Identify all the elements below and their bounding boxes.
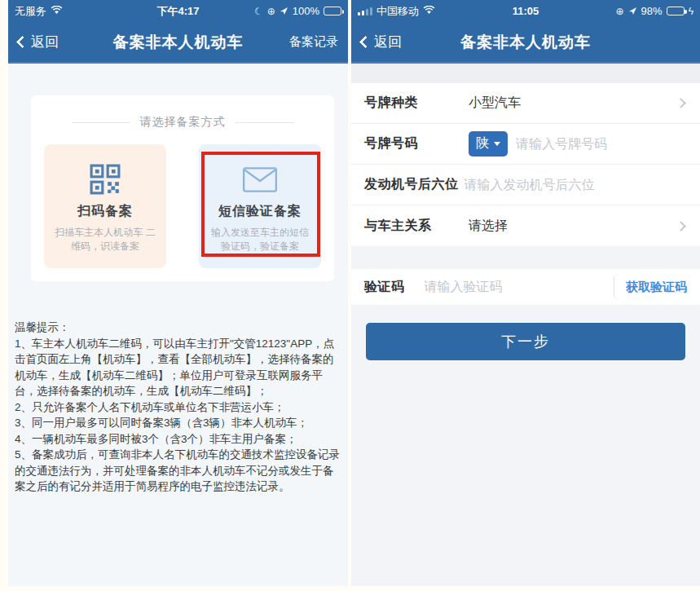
vertical-divider xyxy=(614,276,614,298)
option-sms-register[interactable]: 短信验证备案 输入发送至车主的短信 验证码，验证备案 xyxy=(199,144,321,268)
scan-option-desc: 扫描车主本人机动车 二维码，识读备案 xyxy=(51,226,160,254)
tip-item-1: 1、车主本人机动车二维码，可以由车主打开"交管12123"APP，点击首页面左上… xyxy=(15,336,342,399)
back-button[interactable]: 返回 xyxy=(361,33,402,51)
tips-title: 温馨提示： xyxy=(15,320,342,336)
tip-item-4: 4、一辆机动车最多同时被3个（含3个）非车主用户备案； xyxy=(15,431,342,448)
caret-down-icon xyxy=(494,142,500,146)
captcha-label: 验证码 xyxy=(364,279,405,296)
battery-percent: 100% xyxy=(293,5,319,17)
moon-icon: ☾ xyxy=(254,7,263,16)
chevron-right-icon xyxy=(676,221,686,232)
heading-line-left xyxy=(72,122,130,123)
status-right: ⊕ 98% ϟ xyxy=(616,5,693,17)
province-value: 陕 xyxy=(476,135,489,152)
nav-bar: 返回 备案非本人机动车 备案记录 xyxy=(8,22,348,64)
sms-option-title: 短信验证备案 xyxy=(199,203,321,220)
vehicle-form: 号牌种类 小型汽车 号牌号码 陕 发动机号后六位 与车主关系 请选择 xyxy=(351,83,700,246)
engine-number-label: 发动机号后六位 xyxy=(364,176,459,193)
records-button[interactable]: 备案记录 xyxy=(289,34,338,50)
owner-relation-label: 与车主关系 xyxy=(364,218,469,235)
location-icon xyxy=(280,7,288,15)
back-label: 返回 xyxy=(31,33,59,51)
nav-bar: 返回 备案非本人机动车 xyxy=(351,22,700,64)
rotation-lock-icon: ⊕ xyxy=(267,7,275,16)
wifi-icon xyxy=(423,6,435,16)
plate-type-value: 小型汽车 xyxy=(469,95,521,112)
owner-relation-row[interactable]: 与车主关系 请选择 xyxy=(351,205,700,246)
engine-number-row: 发动机号后六位 xyxy=(351,165,700,205)
sms-option-desc: 输入发送至车主的短信 验证码，验证备案 xyxy=(205,226,315,254)
captcha-row: 验证码 获取验证码 xyxy=(351,269,700,305)
picker-heading-label: 请选择备案方式 xyxy=(140,115,226,130)
wifi-icon xyxy=(51,6,63,16)
back-button[interactable]: 返回 xyxy=(18,33,59,51)
method-picker-card: 请选择备案方式 xyxy=(31,95,334,281)
plate-type-row[interactable]: 号牌种类 小型汽车 xyxy=(351,83,700,124)
carrier-label: 无服务 xyxy=(15,4,46,19)
page-title: 备案非本人机动车 xyxy=(57,32,299,53)
status-right: ☾ ⊕ 100% xyxy=(254,5,341,17)
tip-item-3: 3、同一用户最多可以同时备案3辆（含3辆）非本人机动车； xyxy=(15,415,342,431)
owner-relation-value: 请选择 xyxy=(469,218,508,235)
plate-number-input[interactable] xyxy=(516,137,687,152)
back-label: 返回 xyxy=(374,33,402,51)
plate-number-label: 号牌号码 xyxy=(364,135,469,152)
engine-number-input[interactable] xyxy=(464,178,688,192)
tips-section: 温馨提示： 1、车主本人机动车二维码，可以由车主打开"交管12123"APP，点… xyxy=(15,320,342,495)
province-dropdown[interactable]: 陕 xyxy=(469,131,508,157)
qr-code-icon xyxy=(44,162,166,196)
rotation-lock-icon: ⊕ xyxy=(616,7,624,16)
signal-bars-icon xyxy=(358,7,372,15)
envelope-icon xyxy=(199,162,321,196)
picker-heading: 请选择备案方式 xyxy=(42,115,323,130)
battery-icon xyxy=(324,7,341,15)
section-gap xyxy=(351,64,700,83)
tip-item-2: 2、只允许备案个人名下机动车或单位名下非营运小车； xyxy=(15,399,342,416)
option-scan-register[interactable]: 扫码备案 扫描车主本人机动车 二维码，识读备案 xyxy=(44,144,166,268)
captcha-input[interactable] xyxy=(425,280,610,294)
status-bar: 中国移动 11:05 ⊕ 98% ϟ xyxy=(351,0,700,22)
tip-item-5: 5、备案成功后，可查询非本人名下机动车的交通技术监控设备记录的交通违法行为，并可… xyxy=(15,447,342,495)
screen-method-picker: 无服务 下午4:17 ☾ ⊕ 100% 返回 备案非本人机动车 备案记录 请选择… xyxy=(8,0,348,586)
chevron-left-icon xyxy=(359,36,372,49)
battery-icon xyxy=(667,7,685,15)
status-left: 中国移动 xyxy=(358,4,435,19)
chevron-left-icon xyxy=(16,36,29,49)
carrier-label: 中国移动 xyxy=(376,4,419,19)
next-step-button[interactable]: 下一步 xyxy=(366,323,685,360)
get-captcha-button[interactable]: 获取验证码 xyxy=(626,280,687,295)
section-gap xyxy=(351,246,700,269)
screen-sms-form: 中国移动 11:05 ⊕ 98% ϟ 返回 备案非本人机动车 号牌种类 小型汽车 xyxy=(351,0,700,586)
charging-bolt-icon: ϟ xyxy=(689,7,693,16)
status-bar: 无服务 下午4:17 ☾ ⊕ 100% xyxy=(8,0,348,22)
page-title: 备案非本人机动车 xyxy=(400,32,651,53)
status-left: 无服务 xyxy=(15,4,63,19)
battery-percent: 98% xyxy=(641,5,663,17)
scan-option-title: 扫码备案 xyxy=(44,203,166,220)
location-icon xyxy=(628,7,637,15)
method-options: 扫码备案 扫描车主本人机动车 二维码，识读备案 短信验证备案 输入发送至车主的短… xyxy=(42,144,323,268)
heading-line-right xyxy=(236,122,294,123)
plate-number-row: 号牌号码 陕 xyxy=(351,124,700,165)
plate-type-label: 号牌种类 xyxy=(364,95,469,112)
chevron-right-icon xyxy=(676,98,686,108)
